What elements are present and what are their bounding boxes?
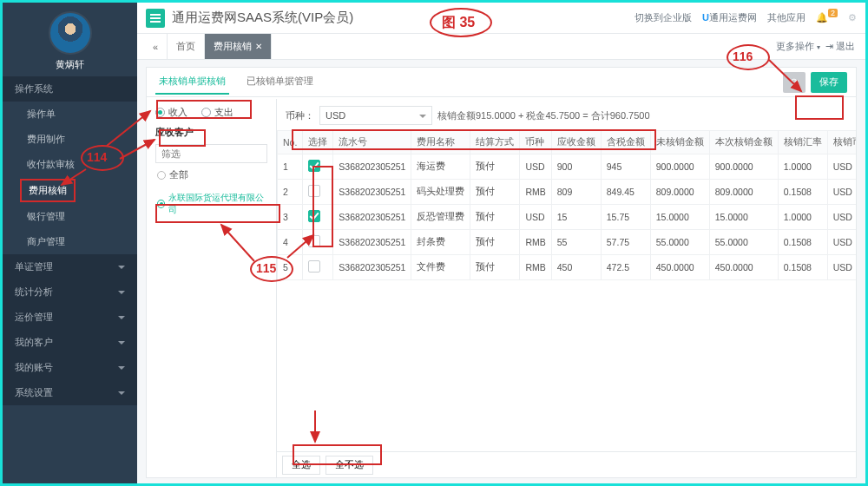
row-checkbox[interactable]	[308, 235, 320, 247]
radio-icon	[201, 108, 211, 117]
exit-button[interactable]: ⇥ 退出	[825, 40, 855, 53]
close-icon[interactable]: ✕	[255, 42, 262, 51]
topbar: 通用运费网SAAS系统(VIP会员) 切换到企业版 U通用运费网 其他应用 🔔2…	[137, 3, 865, 34]
chevron-down-icon	[118, 316, 125, 319]
username: 黄炳轩	[3, 58, 137, 71]
link-other-apps[interactable]: 其他应用	[767, 11, 806, 24]
menu-section-account[interactable]: 我的账号	[3, 355, 137, 380]
col-header: 含税金额	[601, 131, 650, 154]
menu-item-workorder[interactable]: 操作单	[3, 102, 137, 127]
table-scroll[interactable]: No.选择流水号费用名称结算方式币种应收金额含税金额未核销金额本次核销金额核销汇…	[277, 130, 856, 450]
tab-home[interactable]: 首页	[168, 34, 205, 59]
customer-panel: 收入 支出 应收客户 全部 永联国际货运代理有限公司	[147, 99, 277, 477]
table-row[interactable]: 4S368202305251封条费预付RMB5557.7555.000055.0…	[278, 230, 857, 255]
menu-item-payreview[interactable]: 收付款审核	[3, 152, 137, 177]
select-all-button[interactable]: 全选	[282, 456, 320, 475]
table-row[interactable]: 3S368202305251反恐管理费预付USD1515.7515.000015…	[278, 205, 857, 230]
radio-income[interactable]: 收入	[155, 106, 187, 119]
col-header: 核销币种	[827, 131, 856, 154]
chevron-down-icon	[118, 366, 125, 370]
chevron-down-icon	[118, 391, 125, 395]
row-checkbox[interactable]	[308, 160, 320, 172]
menu-section-stats[interactable]: 统计分析	[3, 279, 137, 305]
save-button[interactable]: 保存	[811, 72, 847, 93]
menu-section-label: 操作系统	[15, 82, 53, 95]
currency-select[interactable]: USD	[319, 106, 432, 125]
menu-item-writeoff[interactable]: 费用核销	[20, 179, 76, 202]
menu-toggle-button[interactable]	[146, 9, 165, 28]
menu-section-customers[interactable]: 我的客户	[3, 330, 137, 355]
subtab-verified[interactable]: 已核销单据管理	[243, 69, 317, 95]
tab-collapse[interactable]: «	[144, 34, 168, 59]
customer-title: 应收客户	[155, 126, 267, 139]
menu-item-bank[interactable]: 银行管理	[3, 204, 137, 229]
subtab-unverified[interactable]: 未核销单据核销	[155, 69, 229, 95]
settings-icon[interactable]: ⚙	[848, 12, 857, 23]
page-title: 通用运费网SAAS系统(VIP会员)	[172, 10, 353, 26]
select-none-button[interactable]: 全不选	[326, 456, 373, 475]
link-enterprise[interactable]: 切换到企业版	[635, 11, 692, 24]
avatar-block: 黄炳轩	[3, 3, 137, 76]
content-panel: 未核销单据核销 已核销单据管理 ⟳ 保存 收入 支出	[146, 67, 857, 478]
customer-filter-input[interactable]	[155, 144, 267, 163]
col-header: 核销汇率	[778, 131, 827, 154]
currency-label: 币种：	[286, 109, 314, 122]
menu-item-merchant[interactable]: 商户管理	[3, 229, 137, 254]
main: 通用运费网SAAS系统(VIP会员) 切换到企业版 U通用运费网 其他应用 🔔2…	[137, 3, 865, 483]
chevron-down-icon	[118, 266, 125, 269]
col-header: 结算方式	[470, 131, 520, 154]
menu-section-settings[interactable]: 系统设置	[3, 380, 137, 405]
table-row[interactable]: 1S368202305251海运费预付USD900945900.0000900.…	[278, 154, 857, 180]
col-header: 费用名称	[411, 131, 470, 154]
table-panel: 币种： USD 核销金额915.0000 + 税金45.7500 = 合计960…	[277, 99, 856, 477]
menu-section-freight[interactable]: 运价管理	[3, 305, 137, 330]
chevron-down-icon	[118, 291, 125, 294]
table-row[interactable]: 2S368202305251码头处理费预付RMB809849.45809.000…	[278, 180, 857, 205]
refresh-button[interactable]: ⟳	[783, 72, 806, 93]
tabs-row: « 首页 费用核销 ✕ 更多操作 ▾ ⇥ 退出	[137, 34, 865, 60]
col-header: 选择	[303, 131, 333, 154]
menu-section-docs[interactable]: 单证管理	[3, 254, 137, 279]
summary-text: 核销金额915.0000 + 税金45.7500 = 合计960.7500	[437, 109, 650, 122]
col-header: 应收金额	[551, 131, 601, 154]
menu-item-feemake[interactable]: 费用制作	[3, 127, 137, 152]
more-ops[interactable]: 更多操作 ▾	[776, 40, 820, 53]
row-checkbox[interactable]	[308, 185, 320, 197]
table-row[interactable]: 5S368202305251文件费预付RMB450472.5450.000045…	[278, 255, 857, 280]
row-checkbox[interactable]	[308, 210, 320, 222]
notification-icon[interactable]: 🔔2	[816, 12, 838, 23]
radio-icon	[155, 108, 165, 117]
col-header: 本次核销金额	[709, 131, 778, 154]
radio-expense[interactable]: 支出	[201, 106, 233, 119]
row-checkbox[interactable]	[308, 260, 320, 273]
tab-writeoff[interactable]: 费用核销 ✕	[205, 34, 272, 59]
sidebar: 黄炳轩 操作系统 操作单 费用制作 收付款审核 费用核销 银行管理 商户管理 单…	[3, 3, 137, 483]
customer-selected[interactable]: 永联国际货运代理有限公司	[155, 187, 267, 221]
avatar[interactable]	[49, 11, 92, 55]
menu-section-operations[interactable]: 操作系统	[3, 76, 137, 102]
fee-table: No.选择流水号费用名称结算方式币种应收金额含税金额未核销金额本次核销金额核销汇…	[277, 130, 856, 280]
customer-all[interactable]: 全部	[155, 163, 267, 187]
col-header: No.	[278, 131, 303, 154]
col-header: 流水号	[333, 131, 411, 154]
chevron-down-icon	[118, 341, 125, 345]
link-brand[interactable]: U通用运费网	[702, 11, 757, 24]
col-header: 币种	[520, 131, 551, 154]
col-header: 未核销金额	[650, 131, 709, 154]
